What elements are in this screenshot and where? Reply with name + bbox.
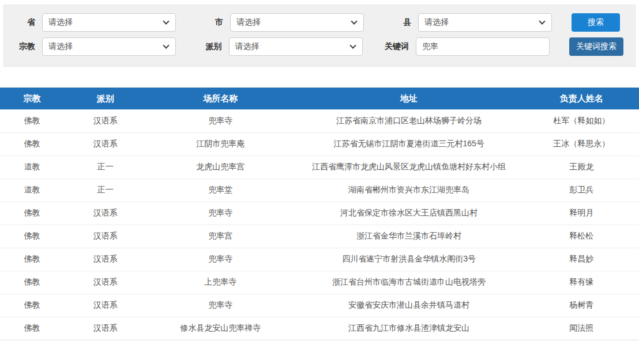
column-header: 场所名称 [147,88,294,109]
table-cell: 江苏省无锡市江阴市夏港街道三元村165号 [294,132,524,156]
table-row: 佛教汉语系兜率寺四川省遂宁市射洪县金华镇水阁街3号释昌妙 [0,248,639,271]
table-cell: 佛教 [0,294,64,317]
table-cell: 兜率寺 [147,294,294,317]
table-cell: 彭卫兵 [524,179,639,202]
table-cell: 杜军（释如如） [524,109,639,132]
table-row: 佛教汉语系兜率寺河北省保定市徐水区大王店镇西黑山村释明月 [0,202,639,225]
table-row: 佛教汉语系修水县龙安山兜率禅寺江西省九江市修水县渣津镇龙安山闻法照 [0,317,639,340]
table-cell: 王冰（释思永） [524,132,639,156]
filter-row-religion: 宗教 请选择 派别 请选择 关键词 关键词搜索 [16,37,623,56]
table-cell: 佛教 [0,109,64,132]
table-row: 佛教汉语系江阴市兜率庵江苏省无锡市江阴市夏港街道三元村165号王冰（释思永） [0,132,639,156]
religion-filter-group: 宗教 请选择 [16,37,176,56]
table-cell: 兜率宫 [147,225,294,248]
chevron-down-icon [163,18,169,24]
chevron-down-icon [349,42,356,48]
table-cell: 浙江省金华市兰溪市石埠岭村 [294,225,524,248]
table-row: 佛教汉语系兜率宫浙江省金华市兰溪市石埠岭村释松松 [0,225,639,248]
column-header: 派别 [64,88,147,109]
table-header-row: 宗教派别场所名称地址负责人姓名 [0,88,639,109]
table-cell: 上兜率寺 [147,271,294,294]
table-cell: 兜率寺 [147,248,294,271]
table-cell: 道教 [0,156,64,179]
table-body: 佛教汉语系兜率寺江苏省南京市浦口区老山林场狮子岭分场杜军（释如如）佛教汉语系江阴… [0,109,639,340]
chevron-down-icon [163,42,169,48]
results-table: 宗教派别场所名称地址负责人姓名 佛教汉语系兜率寺江苏省南京市浦口区老山林场狮子岭… [0,88,639,340]
table-cell: 江西省九江市修水县渣津镇龙安山 [294,317,524,340]
sect-select[interactable]: 请选择 [229,37,363,56]
table-cell: 汉语系 [64,109,147,132]
column-header: 地址 [294,88,524,109]
city-label: 市 [204,17,223,28]
county-select-value: 请选择 [424,17,540,28]
table-cell: 汉语系 [64,248,147,271]
table-row: 佛教汉语系兜率寺江苏省南京市浦口区老山林场狮子岭分场杜军（释如如） [0,109,639,132]
table-cell: 正一 [64,156,147,179]
table-cell: 安徽省安庆市潜山县余井镇马道村 [294,294,524,317]
table-cell: 闻法照 [524,317,639,340]
table-cell: 佛教 [0,225,64,248]
table-row: 道教正一龙虎山兜率宫江西省鹰潭市龙虎山风景区龙虎山镇鱼塘村好东村小组王殿龙 [0,156,639,179]
religion-label: 宗教 [16,41,35,52]
table-cell: 佛教 [0,271,64,294]
province-filter-group: 省 请选择 [16,13,176,32]
table-cell: 汉语系 [64,225,147,248]
religion-select-value: 请选择 [48,41,164,52]
table-cell: 汉语系 [64,294,147,317]
keyword-search-button[interactable]: 关键词搜索 [569,37,623,56]
table-cell: 湖南省郴州市资兴市东江湖兜率岛 [294,179,524,202]
table-cell: 释有缘 [524,271,639,294]
filter-panel: 省 请选择 市 请选择 县 请选择 搜索 宗教 [3,5,636,67]
filter-row-location: 省 请选择 市 请选择 县 请选择 搜索 [16,13,623,32]
table-cell: 江阴市兜率庵 [147,132,294,156]
province-select[interactable]: 请选择 [42,13,176,32]
table-cell: 龙虎山兜率宫 [147,156,294,179]
county-filter-group: 县 请选择 [392,13,552,32]
table-cell: 江西省鹰潭市龙虎山风景区龙虎山镇鱼塘村好东村小组 [294,156,524,179]
city-filter-group: 市 请选择 [204,13,364,32]
column-header: 负责人姓名 [524,88,639,109]
city-select-value: 请选择 [236,17,352,28]
table-cell: 兜率堂 [147,179,294,202]
table-cell: 兜率寺 [147,202,294,225]
chevron-down-icon [539,18,545,24]
keyword-label: 关键词 [379,41,409,52]
province-select-value: 请选择 [48,17,164,28]
table-cell: 释松松 [524,225,639,248]
city-select[interactable]: 请选择 [230,13,364,32]
table-cell: 汉语系 [64,132,147,156]
results-section: 宗教派别场所名称地址负责人姓名 佛教汉语系兜率寺江苏省南京市浦口区老山林场狮子岭… [0,88,639,340]
table-row: 道教正一兜率堂湖南省郴州市资兴市东江湖兜率岛彭卫兵 [0,179,639,202]
table-cell: 释明月 [524,202,639,225]
table-cell: 汉语系 [64,271,147,294]
table-cell: 杨树青 [524,294,639,317]
province-label: 省 [16,17,35,28]
table-cell: 四川省遂宁市射洪县金华镇水阁街3号 [294,248,524,271]
table-cell: 修水县龙安山兜率禅寺 [147,317,294,340]
table-cell: 江苏省南京市浦口区老山林场狮子岭分场 [294,109,524,132]
table-cell: 佛教 [0,248,64,271]
table-cell: 王殿龙 [524,156,639,179]
county-select[interactable]: 请选择 [418,13,552,32]
table-cell: 浙江省台州市临海市古城街道巾山电视塔旁 [294,271,524,294]
search-button[interactable]: 搜索 [572,13,620,32]
table-cell: 汉语系 [64,317,147,340]
table-row: 佛教汉语系上兜率寺浙江省台州市临海市古城街道巾山电视塔旁释有缘 [0,271,639,294]
religion-select[interactable]: 请选择 [42,37,176,56]
chevron-down-icon [351,18,357,24]
table-cell: 佛教 [0,132,64,156]
table-cell: 兜率寺 [147,109,294,132]
keyword-input[interactable] [422,42,543,51]
column-header: 宗教 [0,88,64,109]
keyword-filter-group: 关键词 [379,37,550,56]
sect-select-value: 请选择 [235,41,351,52]
table-cell: 河北省保定市徐水区大王店镇西黑山村 [294,202,524,225]
table-cell: 道教 [0,179,64,202]
sect-filter-group: 派别 请选择 [202,37,363,56]
table-cell: 汉语系 [64,202,147,225]
sect-label: 派别 [202,41,222,52]
table-cell: 正一 [64,179,147,202]
keyword-field-wrap [416,37,550,56]
table-cell: 佛教 [0,317,64,340]
table-cell: 佛教 [0,202,64,225]
